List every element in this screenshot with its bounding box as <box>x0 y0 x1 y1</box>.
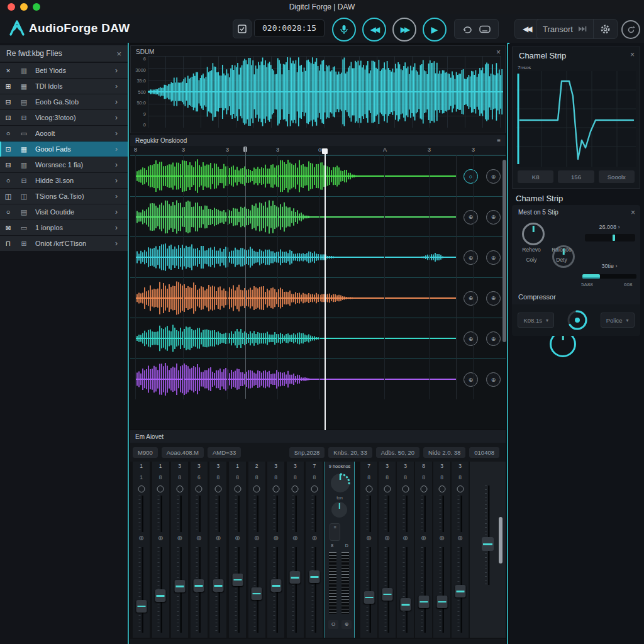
sidebar-close-icon[interactable]: × <box>116 49 121 58</box>
fast-forward-button[interactable]: ▶▶ <box>392 18 416 42</box>
strip-circled-icon[interactable]: ⊕ <box>360 535 377 541</box>
sidebar-item-4[interactable]: ⊡⊟Vicog:3!otoo)› <box>0 110 128 125</box>
strip-fader-handle[interactable] <box>382 588 392 601</box>
strip-button-1[interactable]: K8 <box>518 170 553 183</box>
strip-pan-knob[interactable] <box>292 486 299 492</box>
strip-fader-handle[interactable] <box>270 579 281 592</box>
strip-fader-handle[interactable] <box>136 600 147 613</box>
sidebar-item-8[interactable]: ○⊟Hidde 3l.son› <box>0 173 128 188</box>
param-slider-1[interactable] <box>585 234 635 242</box>
strip-circled-icon[interactable]: ⊕ <box>397 535 414 541</box>
strip-button-3[interactable]: Sooolx <box>599 170 635 183</box>
transport-button[interactable]: Transort <box>536 19 593 38</box>
strip-fader-handle[interactable] <box>436 596 447 608</box>
sidebar-item-5[interactable]: ○▭Aooolt› <box>0 126 128 141</box>
track-settings-button[interactable]: ⊕ <box>486 210 501 225</box>
strip-circled-icon[interactable]: ⊕ <box>306 535 323 541</box>
time-display[interactable]: 020:0028:15 <box>254 19 325 37</box>
output-fader-handle[interactable] <box>482 537 494 551</box>
sidebar-item-3[interactable]: ⊟▤Eoob Ga.Stob› <box>0 94 128 109</box>
strip-pan-knob[interactable] <box>234 486 241 492</box>
track-row-6[interactable]: ⊕⊕ <box>130 358 506 399</box>
strip-pan-knob[interactable] <box>176 486 183 492</box>
strip-circled-icon[interactable]: ⊕ <box>209 535 226 541</box>
mixer-chip-right-1[interactable]: Snp,2028 <box>289 447 325 458</box>
track-record-button[interactable]: ⊕ <box>464 372 478 387</box>
loop-icon[interactable] <box>462 25 473 33</box>
strip-fader-handle[interactable] <box>400 598 411 611</box>
strip-fader-handle[interactable] <box>252 587 262 600</box>
param-value-1[interactable]: 26.008 › <box>586 224 633 230</box>
strip-pan-knob[interactable] <box>438 486 445 492</box>
sidebar-item-9[interactable]: ◫◫TSions Ca.Tsio)› <box>0 189 128 204</box>
master-link-button[interactable]: ⊕ <box>341 620 352 629</box>
strip-fader-handle[interactable] <box>174 580 185 592</box>
strip-fader-handle[interactable] <box>155 589 166 602</box>
sidebar-item-7[interactable]: ⊟▥Worsnsec 1 fia)› <box>0 157 128 172</box>
mixer-chip-right-3[interactable]: Adbs. 50, 20 <box>376 447 419 458</box>
strip-circled-icon[interactable]: ⊕ <box>152 535 169 541</box>
strip-circled-icon[interactable]: ⊕ <box>171 535 188 541</box>
track-row-2[interactable]: ⊕⊕ <box>130 196 506 236</box>
track-row-5[interactable]: ⊕⊕ <box>130 318 506 358</box>
strip-circled-icon[interactable]: ⊕ <box>415 535 432 541</box>
mixer-chip-left-2[interactable]: Aoao.408.M <box>162 447 204 458</box>
param-value-2[interactable]: 30tie › <box>586 263 633 269</box>
strip-pan-knob[interactable] <box>457 486 464 492</box>
strip-circled-icon[interactable]: ⊕ <box>191 535 208 541</box>
strip-pan-knob[interactable] <box>420 486 427 492</box>
strip-pan-knob[interactable] <box>365 486 372 492</box>
sidebar-item-12[interactable]: ⊓⊞Oniot /krt'CTison› <box>0 236 128 251</box>
strip-fader-handle[interactable] <box>418 596 429 608</box>
sidebar-item-10[interactable]: ○▤Visit Ooutide› <box>0 204 128 219</box>
param-slider-2[interactable] <box>582 274 636 279</box>
strip-pan-knob[interactable] <box>402 486 409 492</box>
skip-back-icon[interactable]: ◀◀ <box>523 25 530 33</box>
strip-fader-handle[interactable] <box>309 570 319 583</box>
sidebar-item-2[interactable]: ⊞▦TDl Idols› <box>0 79 128 94</box>
strip-button-2[interactable]: 156 <box>558 170 594 183</box>
reverb-knob[interactable] <box>522 223 545 245</box>
effects-panel-close-icon[interactable]: × <box>631 208 635 217</box>
track-row-4[interactable]: ⊕⊕ <box>130 277 506 318</box>
strip-pan-knob[interactable] <box>311 486 318 492</box>
mixer-chip-right-5[interactable]: 010408 <box>469 447 499 458</box>
strip-fader-handle[interactable] <box>232 574 243 586</box>
track-settings-button[interactable]: ⊕ <box>486 169 501 184</box>
tracks-scrollbar[interactable] <box>502 160 506 342</box>
timeline-ruler[interactable]: 8333onsA33 <box>130 146 506 155</box>
strip-pan-knob[interactable] <box>253 486 260 492</box>
strip-circled-icon[interactable]: ⊕ <box>267 535 284 541</box>
strip-fader-handle[interactable] <box>364 591 374 604</box>
strip-fader-handle[interactable] <box>213 579 223 592</box>
compressor-knob[interactable] <box>566 309 589 331</box>
track-settings-button[interactable]: ⊕ <box>486 250 501 265</box>
strip-circled-icon[interactable]: ⊕ <box>229 535 246 541</box>
strip-pan-knob[interactable] <box>157 486 164 492</box>
spectrum-close-icon[interactable]: × <box>496 48 501 57</box>
master-switch[interactable]: ≡ <box>330 523 340 541</box>
track-record-button[interactable]: ⊕ <box>464 210 478 225</box>
strip-pan-knob[interactable] <box>272 486 279 492</box>
sidebar-item-6[interactable]: ⊡▦Goool Fads› <box>0 142 128 157</box>
strip-circled-icon[interactable]: ⊕ <box>433 535 450 541</box>
mixer-chip-right-2[interactable]: Knbs. 20, 33 <box>328 447 372 458</box>
strip-fader-handle[interactable] <box>455 585 465 597</box>
track-record-button[interactable]: ⊕ <box>464 331 478 346</box>
compressor-preset-dropdown[interactable]: Police▾ <box>601 313 635 328</box>
metronome-toggle-button[interactable] <box>233 19 252 38</box>
mixer-chip-right-4[interactable]: Nide 2.0. 38 <box>423 447 465 458</box>
track-row-3[interactable]: ⊕⊕ <box>130 236 506 277</box>
strip-circled-icon[interactable]: ⊕ <box>287 535 304 541</box>
master-tone-knob[interactable] <box>331 502 347 518</box>
strip-circled-icon[interactable]: ⊕ <box>452 535 469 541</box>
strip-pan-knob[interactable] <box>384 486 391 492</box>
strip-fader-handle[interactable] <box>194 579 204 592</box>
mixer-chip-left-1[interactable]: M900 <box>133 447 158 458</box>
strip-pan-knob[interactable] <box>196 486 203 492</box>
sync-button[interactable] <box>621 20 640 39</box>
rewind-button[interactable]: ◀◀ <box>362 18 386 42</box>
compressor-mode-dropdown[interactable]: K08.1s▾ <box>518 313 554 328</box>
record-button[interactable] <box>332 18 356 42</box>
track-settings-button[interactable]: ⊕ <box>486 291 501 306</box>
